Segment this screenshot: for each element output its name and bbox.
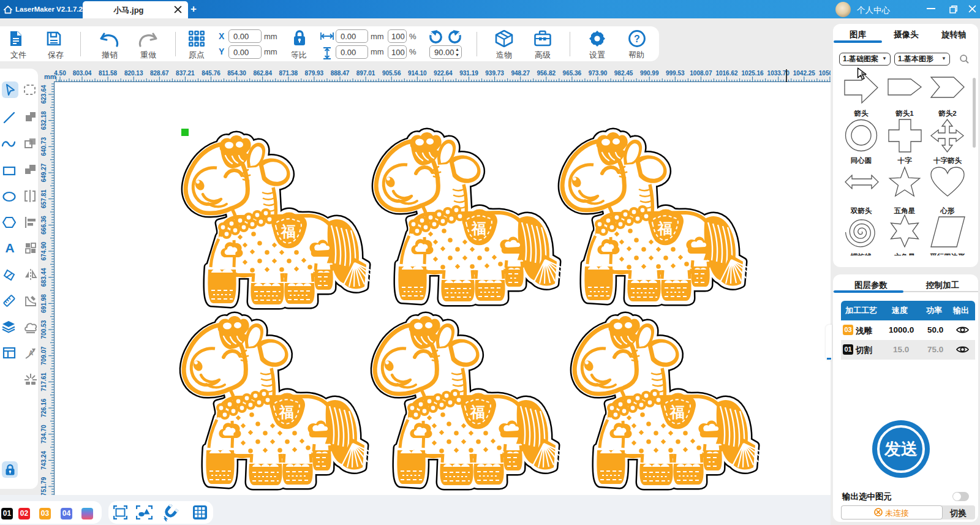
svg-text:854.30: 854.30 xyxy=(227,70,246,77)
svg-text:A: A xyxy=(5,241,14,255)
svg-text:657.81: 657.81 xyxy=(40,189,47,208)
svg-text:905.56: 905.56 xyxy=(382,70,401,77)
svg-text:965.36: 965.36 xyxy=(563,70,582,77)
svg-text:820.13: 820.13 xyxy=(124,70,143,77)
svg-text:734.70: 734.70 xyxy=(40,425,47,444)
svg-text:623.64: 623.64 xyxy=(40,85,47,104)
svg-text:803.04: 803.04 xyxy=(73,70,92,77)
svg-text:691.98: 691.98 xyxy=(40,294,47,313)
svg-text:837.21: 837.21 xyxy=(176,70,195,77)
svg-text:4.50: 4.50 xyxy=(54,70,66,77)
svg-text:897.01: 897.01 xyxy=(356,70,375,77)
svg-text:973.90: 973.90 xyxy=(589,70,608,77)
svg-text:709.07: 709.07 xyxy=(40,346,47,365)
svg-text:871.38: 871.38 xyxy=(279,70,298,77)
svg-text:1016.62: 1016.62 xyxy=(715,70,738,77)
svg-text:828.67: 828.67 xyxy=(150,70,169,77)
svg-text:683.44: 683.44 xyxy=(40,268,47,287)
svg-text:717.61: 717.61 xyxy=(40,372,47,391)
svg-text:845.76: 845.76 xyxy=(202,70,221,77)
svg-text:1050.79: 1050.79 xyxy=(819,70,831,77)
svg-text:666.36: 666.36 xyxy=(40,216,47,235)
svg-text:931.19: 931.19 xyxy=(459,70,478,77)
svg-text:888.47: 888.47 xyxy=(331,70,350,77)
svg-text:632.18: 632.18 xyxy=(40,111,47,130)
svg-text:751.79: 751.79 xyxy=(40,477,47,495)
svg-text:1025.16: 1025.16 xyxy=(742,70,764,77)
svg-text:A: A xyxy=(29,350,33,357)
svg-text:862.84: 862.84 xyxy=(253,70,272,77)
svg-text:726.16: 726.16 xyxy=(40,398,47,417)
svg-text:?: ? xyxy=(634,34,640,44)
svg-text:956.82: 956.82 xyxy=(537,70,556,77)
svg-text:879.93: 879.93 xyxy=(305,70,324,77)
svg-text:811.58: 811.58 xyxy=(99,70,117,77)
svg-text:700.53: 700.53 xyxy=(40,320,47,339)
svg-text:914.10: 914.10 xyxy=(408,70,427,77)
svg-text:743.24: 743.24 xyxy=(40,451,47,470)
svg-text:939.73: 939.73 xyxy=(485,70,504,77)
svg-text:922.64: 922.64 xyxy=(434,70,453,77)
svg-text:999.53: 999.53 xyxy=(666,70,685,77)
svg-text:1008.07: 1008.07 xyxy=(690,70,712,77)
svg-text:948.27: 948.27 xyxy=(511,70,530,77)
svg-text:649.27: 649.27 xyxy=(40,163,47,182)
svg-text:674.90: 674.90 xyxy=(40,241,47,260)
svg-text:982.45: 982.45 xyxy=(614,70,633,77)
svg-text:1042.25: 1042.25 xyxy=(793,70,816,77)
svg-text:990.99: 990.99 xyxy=(640,70,659,77)
svg-text:640.73: 640.73 xyxy=(40,137,47,156)
